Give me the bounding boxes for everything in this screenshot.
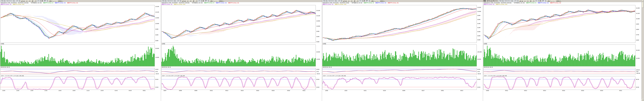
stochastics-chart	[0, 77, 154, 90]
panel-toolbar: 先物 ▼ 日経225mini ▼ 12/06 ▼ ◀ ▶ 分日週月 500 ▼ …	[0, 0, 161, 2]
symbol-select[interactable]: 日経225mini ▼	[166, 0, 176, 2]
stoch-pane	[0, 77, 155, 90]
chart-legend-line1: 日経225mini 12/06, 2012/03/16 - 2012/03/21…	[0, 2, 154, 3]
timeframe-button[interactable]: 分	[348, 0, 350, 2]
prev-button[interactable]: ◀	[343, 0, 345, 2]
legend-item: 日経225mini 12/06, 2012/03/16 - 2012/03/21…	[0, 2, 28, 3]
scroll-down-button[interactable]: ▼	[642, 99, 644, 101]
timeframe-button[interactable]: 日	[526, 0, 529, 2]
vertical-scrollbar[interactable]: ▲ ▼	[642, 0, 644, 101]
scroll-up-button[interactable]: ▲	[642, 0, 644, 2]
axis-tick-label: 20,000	[316, 51, 320, 53]
time-label: 03/12	[210, 90, 213, 91]
toolbar-action-button[interactable]: 比較チャート	[370, 0, 379, 2]
chevron-down-icon: ▼	[517, 0, 518, 2]
legend-item: 移動平均 (Close, 100)	[174, 4, 186, 5]
toolbar-action-button[interactable]: 指標設定	[218, 0, 224, 2]
scrollbar-thumb[interactable]	[642, 2, 644, 8]
chart-mode-select[interactable]: 通常 ▼	[204, 0, 209, 2]
instrument-type-select[interactable]: 先物 ▼	[322, 0, 327, 2]
time-label: 03/01	[441, 90, 444, 91]
chevron-down-icon: ▼	[4, 0, 5, 2]
chevron-down-icon: ▼	[368, 0, 370, 2]
chart-mode-select[interactable]: 通常 ▼	[365, 0, 370, 2]
timeframe-button[interactable]: 週	[192, 0, 195, 2]
time-label: 02/06	[402, 90, 405, 91]
time-label: 03/15	[256, 90, 259, 91]
instrument-type-select[interactable]: 先物 ▼	[0, 0, 5, 2]
bar-count-select[interactable]: 500 ▼	[198, 0, 202, 2]
time-label: 14:45	[44, 90, 47, 91]
timeframe-button[interactable]: 週	[530, 0, 532, 2]
volume-bars	[484, 45, 635, 66]
toolbar-action-button[interactable]: 比較チャート	[210, 0, 218, 2]
volume-pane-label: 出来高	[0, 43, 4, 44]
chart-workspace: 先物 ▼ 日経225mini ▼ 12/06 ▼ ◀ ▶ 分日週月 500 ▼ …	[0, 0, 644, 101]
contract-month-select[interactable]: 12/06 ▼	[337, 0, 342, 2]
time-label: 19:00	[72, 90, 75, 91]
axis-tick-label: 9,900	[316, 36, 320, 37]
chart-panel: 先物 ▼ 日経225mini ▼ 12/06 ▼ ◀ ▶ 分日週月 500 ▼ …	[161, 0, 322, 101]
macd-pane-label: MACD (12, 26, 9)	[162, 67, 171, 68]
toolbar-action-button[interactable]: 比較チャート	[547, 0, 555, 2]
timeframe-button[interactable]: 日	[28, 0, 31, 2]
timeframe-button[interactable]: 月	[195, 0, 198, 2]
timeframe-button[interactable]: 月	[532, 0, 535, 2]
bar-count-value: 500	[360, 0, 362, 2]
next-button[interactable]: ▶	[23, 0, 25, 2]
toolbar-action-button[interactable]: 指標設定	[58, 0, 64, 2]
timeframe-button[interactable]: 月	[356, 0, 358, 2]
volume-pane	[322, 44, 477, 66]
time-label: 15:00	[2, 90, 5, 91]
toolbar-action-button[interactable]: 指標設定	[556, 0, 562, 2]
timeframe-button[interactable]: 日	[189, 0, 192, 2]
axis-tick-label: 100.00	[636, 69, 640, 71]
time-label: 03/09	[486, 90, 489, 91]
bar-count-select[interactable]: 500 ▼	[535, 0, 540, 2]
timeframe-button[interactable]: 分	[26, 0, 28, 2]
timeframe-button[interactable]: 日	[350, 0, 353, 2]
prev-button[interactable]: ◀	[21, 0, 23, 2]
chart-legend-line1: 日経225mini 12/06, 2012/03/08 - 2012/03/21…	[484, 2, 637, 3]
next-button[interactable]: ▶	[345, 0, 347, 2]
contract-month-value: 12/06	[176, 0, 180, 2]
bar-count-select[interactable]: 500 ▼	[37, 0, 41, 2]
chart-panel: 先物 ▼ 日経225mini ▼ 12/06 ▼ ◀ ▶ 分日週月 500 ▼ …	[0, 0, 161, 101]
timeframe-button[interactable]: 分	[186, 0, 189, 2]
instrument-type-select[interactable]: 先物 ▼	[162, 0, 166, 2]
axis-tick-label: 10,200	[478, 7, 481, 8]
legend-item: 移動平均 (Close, 5)	[526, 2, 536, 3]
bar-count-unit-label: 本	[540, 0, 541, 2]
timeframe-button[interactable]: 月	[34, 0, 36, 2]
contract-month-select[interactable]: 12/06 ▼	[513, 0, 518, 2]
axis-tick-label: 0.00	[636, 71, 638, 72]
symbol-select[interactable]: 日経225mini ▼	[6, 0, 14, 2]
time-label: 03/08	[179, 90, 182, 91]
instrument-type-select[interactable]: 先物 ▼	[499, 0, 504, 2]
chevron-down-icon: ▼	[201, 0, 202, 2]
chart-mode-select[interactable]: 通常 ▼	[43, 0, 48, 2]
instrument-type-value: 先物	[162, 0, 164, 2]
contract-month-select[interactable]: 12/06 ▼	[15, 0, 20, 2]
volume-pane	[161, 44, 316, 66]
prev-button[interactable]: ◀	[182, 0, 184, 2]
timeframe-button[interactable]: 分	[524, 0, 526, 2]
prev-button[interactable]: ◀	[519, 0, 521, 2]
toolbar-action-button[interactable]: 比較チャート	[48, 0, 57, 2]
stoch-pane-label: スロー・ストキャスティクス (14, 3, 60, 20)	[0, 75, 24, 76]
contract-month-select[interactable]: 12/06 ▼	[176, 0, 181, 2]
timeframe-button[interactable]: 週	[31, 0, 34, 2]
timeframe-button[interactable]: 週	[353, 0, 356, 2]
symbol-select[interactable]: 日経225mini ▼	[504, 0, 513, 2]
next-button[interactable]: ▶	[184, 0, 186, 2]
chart-mode-select[interactable]: 通常 ▼	[542, 0, 546, 2]
toolbar-action-button[interactable]: 指標設定	[380, 0, 386, 2]
bar-count-value: 500	[198, 0, 200, 2]
time-label: 03/14	[241, 90, 244, 91]
bar-count-select[interactable]: 500 ▼	[359, 0, 363, 2]
macd-chart	[322, 68, 476, 75]
symbol-select[interactable]: 日経225mini ▼	[328, 0, 336, 2]
legend-item: 一目均衡表 (9, 26, 52)	[30, 2, 42, 3]
next-button[interactable]: ▶	[521, 0, 523, 2]
axis-tick-label: 15,000	[636, 58, 640, 59]
